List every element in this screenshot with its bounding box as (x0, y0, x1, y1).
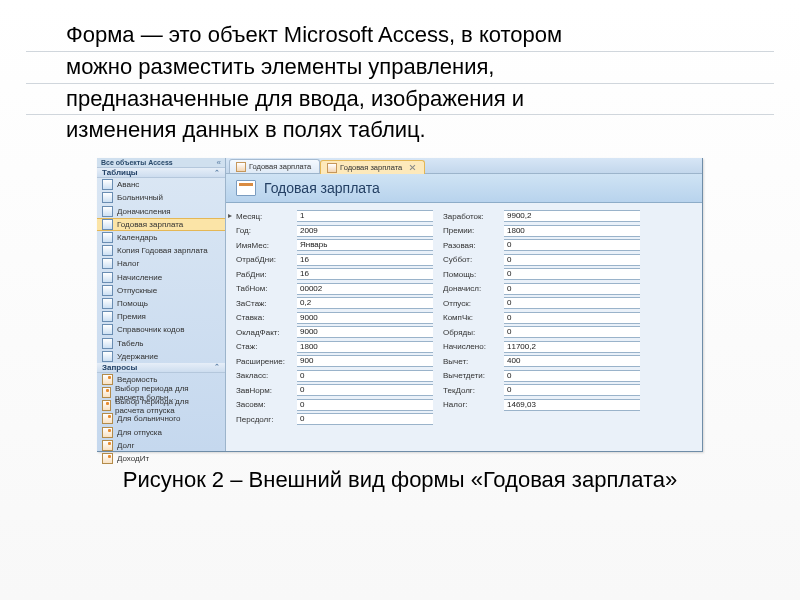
field-value[interactable]: 16 (297, 268, 433, 280)
form-field: Расширение:900 (236, 355, 433, 367)
field-label: Вычет: (443, 357, 498, 366)
sidebar-item-table[interactable]: Отпускные (97, 284, 225, 297)
field-value[interactable]: 0,2 (297, 297, 433, 309)
field-value[interactable]: 0 (504, 370, 640, 382)
sidebar-item-table[interactable]: Справочник кодов (97, 323, 225, 336)
form-field: Ставка:9000 (236, 312, 433, 324)
form-row: Персдолг:0 (236, 412, 692, 427)
form-field: Вычет:400 (443, 355, 640, 367)
form-field: Заработок:9900,2 (443, 210, 640, 222)
nav-item-label: ДоходИт (117, 454, 149, 463)
sidebar-item-query[interactable]: ДоходИт (97, 452, 225, 465)
field-value[interactable]: 0 (297, 384, 433, 396)
nav-item-label: Для отпуска (117, 428, 162, 437)
form-icon (236, 180, 256, 196)
form-field: Вычетдети:0 (443, 370, 640, 382)
nav-item-label: Ведомость (117, 375, 158, 384)
field-value[interactable]: 400 (504, 355, 640, 367)
query-icon (102, 440, 113, 451)
form-field: ЗавНорм:0 (236, 384, 433, 396)
field-value[interactable]: 0 (297, 399, 433, 411)
navigation-pane: Все объекты Access « Таблицы ⌃ АвансБоль… (97, 158, 226, 451)
query-icon (102, 400, 111, 411)
field-value[interactable]: 9000 (297, 326, 433, 338)
form-field: Год:2009 (236, 225, 433, 237)
nav-item-label: Премия (117, 312, 146, 321)
field-label: ОкладФакт: (236, 328, 291, 337)
sidebar-item-table[interactable]: Доначисления (97, 205, 225, 218)
field-value[interactable]: 0 (504, 297, 640, 309)
field-value[interactable]: 1800 (504, 225, 640, 237)
field-label: Стаж: (236, 342, 291, 351)
field-value[interactable]: 1469,03 (504, 399, 640, 411)
field-label: Персдолг: (236, 415, 291, 424)
sidebar-item-query[interactable]: Долг (97, 439, 225, 452)
description-paragraph: Форма — это объект Microsoft Access, в к… (26, 20, 774, 146)
field-value[interactable]: 0 (504, 312, 640, 324)
sidebar-item-table[interactable]: Помощь (97, 297, 225, 310)
sidebar-item-query[interactable]: Для отпуска (97, 426, 225, 439)
sidebar-item-table[interactable]: Налог (97, 257, 225, 270)
field-value[interactable]: 16 (297, 254, 433, 266)
category-tables[interactable]: Таблицы ⌃ (97, 168, 225, 178)
queries-list: ВедомостьВыбор периода для расчета больн… (97, 373, 225, 465)
sidebar-item-table[interactable]: Премия (97, 310, 225, 323)
nav-item-label: Помощь (117, 299, 148, 308)
field-value[interactable]: 0 (504, 384, 640, 396)
figure-caption: Рисунок 2 – Внешний вид формы «Годовая з… (26, 466, 774, 494)
nav-item-label: Копия Годовая зарплата (117, 246, 208, 255)
field-value[interactable]: 0 (504, 326, 640, 338)
form-field: ОтрабДни:16 (236, 254, 433, 266)
field-value[interactable]: 2009 (297, 225, 433, 237)
sidebar-item-table[interactable]: Удержание (97, 350, 225, 363)
document-tab[interactable]: Годовая зарплата (320, 160, 425, 174)
field-value[interactable]: 9000 (297, 312, 433, 324)
form-field: ЗаСтаж:0,2 (236, 297, 433, 309)
table-icon (102, 298, 113, 309)
field-value[interactable]: 1 (297, 210, 433, 222)
sidebar-item-query[interactable]: Выбор периода для расчета отпуска (97, 399, 225, 412)
field-value[interactable]: 0 (504, 283, 640, 295)
sidebar-item-table[interactable]: Календарь (97, 231, 225, 244)
field-label: Суббот: (443, 255, 498, 264)
form-field: Стаж:1800 (236, 341, 433, 353)
field-value[interactable]: 0 (297, 370, 433, 382)
field-value[interactable]: Январь (297, 239, 433, 251)
form-row: ОтрабДни:16Суббот:0 (236, 253, 692, 268)
field-label: Год: (236, 226, 291, 235)
nav-pane-header[interactable]: Все объекты Access « (97, 158, 225, 168)
field-value[interactable]: 00002 (297, 283, 433, 295)
form-field: ИмяМес:Январь (236, 239, 433, 251)
table-icon (102, 192, 113, 203)
nav-item-label: Годовая зарплата (117, 220, 183, 229)
sidebar-item-table[interactable]: Аванс (97, 178, 225, 191)
form-header: Годовая зарплата (226, 174, 702, 203)
sidebar-item-table[interactable]: Табель (97, 336, 225, 349)
sidebar-item-table[interactable]: Начисление (97, 271, 225, 284)
field-value[interactable]: 9900,2 (504, 210, 640, 222)
close-icon[interactable] (409, 164, 416, 171)
nav-item-label: Справочник кодов (117, 325, 184, 334)
field-label: КомпЧк: (443, 313, 498, 322)
table-icon (102, 219, 113, 230)
sidebar-item-table[interactable]: Копия Годовая зарплата (97, 244, 225, 257)
tables-list: АвансБольничныйДоначисленияГодовая зарпл… (97, 178, 225, 363)
field-value[interactable]: 0 (297, 413, 433, 425)
field-value[interactable]: 0 (504, 239, 640, 251)
sidebar-item-table[interactable]: Больничный (97, 191, 225, 204)
form-field: КомпЧк:0 (443, 312, 640, 324)
field-value[interactable]: 0 (504, 268, 640, 280)
field-value[interactable]: 1800 (297, 341, 433, 353)
sidebar-item-table[interactable]: Годовая зарплата (97, 218, 225, 231)
form-row: ЗаСтаж:0,2Отпуск:0 (236, 296, 692, 311)
field-label: Отпуск: (443, 299, 498, 308)
field-value[interactable]: 11700,2 (504, 341, 640, 353)
field-value[interactable]: 0 (504, 254, 640, 266)
field-value[interactable]: 900 (297, 355, 433, 367)
document-tab[interactable]: Годовая зарплата (229, 159, 320, 173)
category-label: Запросы (102, 363, 137, 372)
category-queries[interactable]: Запросы ⌃ (97, 363, 225, 373)
field-label: Премии: (443, 226, 498, 235)
field-label: ЗавНорм: (236, 386, 291, 395)
chevron-down-icon: « (217, 158, 221, 167)
